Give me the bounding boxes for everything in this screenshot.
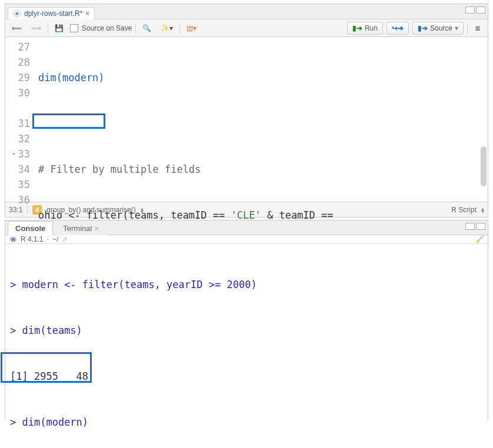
console-output[interactable]: > modern <- filter(teams, yearID >= 2000… [5,244,488,448]
line-number: 29 [18,70,30,85]
highlight-box-console [1,352,92,383]
save-button[interactable]: 💾 [52,22,66,35]
line-number: 35 [18,177,30,192]
arrow-right-icon: ⟹ [31,24,41,32]
prompt: > [10,416,22,428]
source-button[interactable]: ▮➔ Source ▾ [412,22,464,35]
svg-text:R: R [15,11,19,16]
pane-window-controls [465,6,485,14]
prompt: > [10,279,22,290]
run-icon: ▮➔ [352,24,362,32]
minimize-pane-button[interactable] [465,223,475,230]
line-number: 28 [18,55,30,70]
line-gutter: 27 28 29 30 31 32 ▾33 34 35 36 [5,37,35,202]
terminal-tab[interactable]: Terminal × [55,221,106,235]
source-on-save-label: Source on Save [82,24,132,32]
highlight-box-editor [32,113,105,129]
line-number: 36 [18,192,30,208]
back-button[interactable]: ⟸ [9,22,25,35]
source-label: Source [430,24,452,32]
editor-tabbar: R dplyr-rows-start.R* × [5,4,488,19]
r-file-icon: R [13,9,21,18]
source-on-save-checkbox[interactable] [70,24,78,32]
line-number: 32 [18,131,30,146]
separator [467,23,468,34]
search-icon: 🔍 [142,24,151,32]
separator [179,23,180,34]
maximize-pane-button[interactable] [476,6,485,14]
notebook-button[interactable]: ▤▾ [184,22,199,35]
code-area[interactable]: 27 28 29 30 31 32 ▾33 34 35 36 dim(moder… [5,37,488,202]
close-tab-icon[interactable]: × [85,9,89,18]
line-number: 30 [18,85,30,101]
maximize-pane-button[interactable] [476,223,485,230]
code-text: ohio <- filter(teams, teamID == [38,209,231,221]
code-text: # Filter by multiple fields [38,163,201,175]
close-icon[interactable]: × [94,224,99,233]
run-label: Run [365,24,378,32]
forward-button[interactable]: ⟹ [28,22,44,35]
line-number: 31 [18,116,30,131]
console-tab[interactable]: Console [8,221,53,235]
floppy-icon: 💾 [55,24,64,32]
line-number: 33 [18,146,30,162]
outline-icon: ≣ [475,24,481,32]
wand-icon: ✨▾ [161,24,173,32]
editor-tab-title: dplyr-rows-start.R* [24,9,82,18]
fold-caret-icon[interactable]: ▾ [12,146,15,162]
separator [48,23,48,34]
line-number: 27 [18,39,30,55]
code-text: 'CLE' [231,209,261,221]
console-tabbar: Console Terminal × [5,220,488,235]
rerun-button[interactable]: ↪➔ [387,22,409,35]
run-button[interactable]: ▮➔ Run [347,22,383,35]
code-text: & teamID == [261,209,339,221]
source-icon: ▮➔ [418,24,428,32]
console-cmd: dim(teams) [22,325,82,336]
minimize-pane-button[interactable] [465,6,475,14]
r-logo-icon: R [9,235,17,243]
terminal-tab-label: Terminal [63,224,92,233]
wand-button[interactable]: ✨▾ [158,22,176,35]
rerun-icon: ↪➔ [392,24,404,32]
editor-tab[interactable]: R dplyr-rows-start.R* × [8,7,95,19]
console-cmd: dim(modern) [22,416,88,428]
code-body[interactable]: dim(modern) # Filter by multiple fields … [35,37,488,202]
outline-button[interactable]: ≣ [471,22,484,35]
console-pane: Console Terminal × R R 4.1.1 · ~/ ⇗ 🧹 > … [5,220,488,420]
editor-toolbar: ⟸ ⟹ 💾 Source on Save 🔍 ✨▾ ▤▾ ▮➔ Run ↪➔ ▮… [5,19,488,37]
chevron-down-icon: ▾ [455,24,458,32]
scrollbar-thumb[interactable] [481,146,487,186]
notebook-icon: ▤▾ [186,24,196,32]
console-tab-label: Console [15,224,45,233]
prompt: > [10,325,22,336]
console-cmd: modern <- filter(teams, yearID >= 2000) [22,279,257,290]
arrow-left-icon: ⟸ [12,24,22,32]
svg-text:R: R [12,237,16,243]
editor-pane: R dplyr-rows-start.R* × ⟸ ⟹ 💾 Source on … [5,4,488,218]
find-button[interactable]: 🔍 [139,22,154,35]
pane-window-controls [465,223,485,230]
code-text: dim(modern) [38,72,105,83]
separator [135,23,136,34]
line-number: 34 [18,162,30,177]
